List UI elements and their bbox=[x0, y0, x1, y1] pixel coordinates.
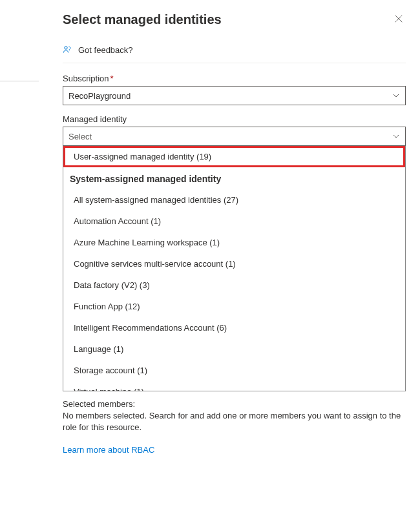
managed-identity-dropdown: User-assigned managed identity (19) Syst… bbox=[63, 146, 406, 391]
required-indicator: * bbox=[110, 74, 114, 83]
dropdown-item[interactable]: Virtual machine (1) bbox=[63, 381, 405, 391]
left-divider bbox=[0, 81, 39, 81]
dropdown-item-user-assigned[interactable]: User-assigned managed identity (19) bbox=[63, 146, 405, 167]
feedback-label: Got feedback? bbox=[78, 45, 133, 55]
select-identities-panel: Select managed identities Got feedback? … bbox=[55, 0, 420, 455]
dropdown-item[interactable]: Data factory (V2) (3) bbox=[63, 274, 405, 296]
close-button[interactable] bbox=[392, 12, 406, 28]
dropdown-item[interactable]: Storage account (1) bbox=[63, 360, 405, 381]
selected-members-text: No members selected. Search for and add … bbox=[63, 410, 406, 433]
dropdown-item[interactable]: Azure Machine Learning workspace (1) bbox=[63, 232, 405, 253]
learn-more-link[interactable]: Learn more about RBAC bbox=[63, 445, 154, 455]
panel-header: Select managed identities bbox=[63, 12, 406, 28]
dropdown-header-system: System-assigned managed identity bbox=[63, 167, 405, 189]
panel-title: Select managed identities bbox=[63, 12, 222, 27]
svg-point-2 bbox=[65, 46, 67, 49]
selected-members-label: Selected members: bbox=[63, 399, 406, 409]
managed-identity-label: Managed identity bbox=[63, 114, 406, 124]
managed-identity-select[interactable]: Select bbox=[63, 127, 406, 146]
subscription-value: RecoPlayground bbox=[68, 91, 131, 101]
dropdown-item[interactable]: All system-assigned managed identities (… bbox=[63, 189, 405, 211]
chevron-down-icon bbox=[392, 92, 400, 99]
close-icon bbox=[394, 14, 403, 23]
subscription-label: Subscription* bbox=[63, 74, 406, 83]
dropdown-item[interactable]: Cognitive services multi-service account… bbox=[63, 253, 405, 274]
dropdown-item[interactable]: Automation Account (1) bbox=[63, 211, 405, 232]
chevron-down-icon bbox=[392, 132, 400, 140]
feedback-icon bbox=[63, 45, 73, 55]
subscription-label-text: Subscription bbox=[63, 74, 109, 83]
subscription-select[interactable]: RecoPlayground bbox=[63, 86, 406, 105]
feedback-link[interactable]: Got feedback? bbox=[63, 39, 406, 63]
dropdown-item[interactable]: Language (1) bbox=[63, 338, 405, 360]
managed-identity-placeholder: Select bbox=[68, 132, 92, 141]
selected-members-section: Selected members: No members selected. S… bbox=[63, 399, 406, 433]
managed-identity-field: Managed identity Select User-assigned ma… bbox=[63, 114, 406, 391]
dropdown-item[interactable]: Intelligent Recommendations Account (6) bbox=[63, 317, 405, 338]
dropdown-item[interactable]: Function App (12) bbox=[63, 296, 405, 317]
subscription-field: Subscription* RecoPlayground bbox=[63, 74, 406, 105]
svg-point-3 bbox=[69, 50, 70, 51]
